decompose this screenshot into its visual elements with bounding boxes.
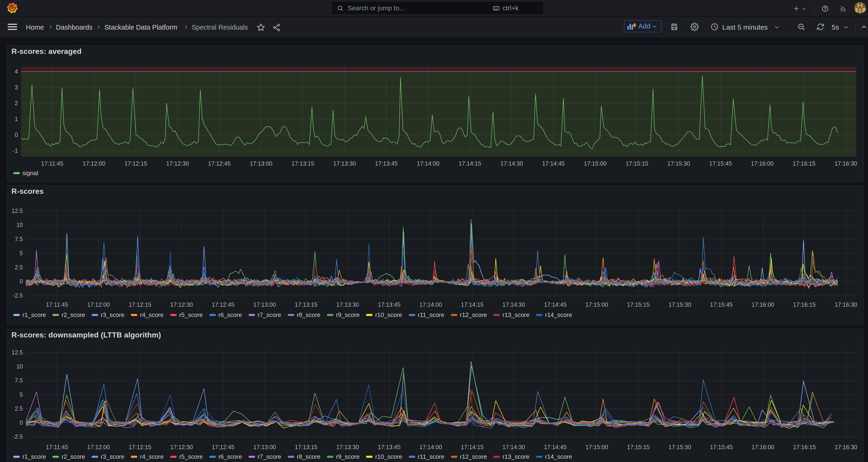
svg-text:17:15:15: 17:15:15 bbox=[625, 160, 648, 167]
svg-text:17:16:00: 17:16:00 bbox=[751, 160, 774, 167]
svg-text:2.5: 2.5 bbox=[15, 264, 23, 271]
svg-text:17:14:30: 17:14:30 bbox=[502, 301, 525, 308]
svg-text:17:14:00: 17:14:00 bbox=[420, 301, 442, 308]
svg-text:17:15:45: 17:15:45 bbox=[710, 444, 733, 450]
svg-text:2.5: 2.5 bbox=[15, 405, 23, 412]
svg-text:17:14:45: 17:14:45 bbox=[544, 301, 566, 308]
svg-text:17:14:45: 17:14:45 bbox=[542, 160, 565, 167]
svg-text:17:14:00: 17:14:00 bbox=[417, 160, 439, 167]
svg-text:17:13:15: 17:13:15 bbox=[295, 444, 317, 450]
svg-text:17:12:15: 17:12:15 bbox=[129, 444, 151, 450]
svg-text:17:13:00: 17:13:00 bbox=[253, 301, 276, 308]
svg-text:12.5: 12.5 bbox=[11, 349, 23, 356]
svg-text:-1: -1 bbox=[13, 147, 18, 154]
svg-text:10: 10 bbox=[16, 221, 23, 228]
svg-text:17:16:30: 17:16:30 bbox=[835, 444, 857, 450]
svg-text:17:16:15: 17:16:15 bbox=[793, 160, 815, 167]
svg-text:17:15:45: 17:15:45 bbox=[710, 301, 733, 308]
svg-text:17:12:15: 17:12:15 bbox=[129, 301, 151, 308]
svg-text:17:15:30: 17:15:30 bbox=[668, 160, 690, 167]
svg-text:12.5: 12.5 bbox=[11, 208, 23, 214]
svg-text:1: 1 bbox=[15, 116, 18, 122]
svg-text:17:16:00: 17:16:00 bbox=[751, 444, 774, 450]
svg-text:17:12:45: 17:12:45 bbox=[212, 444, 234, 450]
svg-text:17:12:00: 17:12:00 bbox=[87, 301, 110, 308]
svg-text:17:14:15: 17:14:15 bbox=[461, 301, 484, 308]
svg-text:17:13:15: 17:13:15 bbox=[295, 301, 317, 308]
svg-text:-2.5: -2.5 bbox=[13, 433, 23, 440]
svg-text:17:14:00: 17:14:00 bbox=[420, 444, 442, 450]
svg-text:17:13:00: 17:13:00 bbox=[250, 160, 272, 167]
svg-text:0: 0 bbox=[20, 278, 23, 284]
svg-text:0: 0 bbox=[15, 131, 18, 138]
svg-text:17:16:00: 17:16:00 bbox=[751, 301, 774, 308]
svg-text:17:16:30: 17:16:30 bbox=[835, 301, 857, 308]
svg-text:17:11:45: 17:11:45 bbox=[46, 444, 68, 450]
svg-text:17:14:30: 17:14:30 bbox=[500, 160, 523, 167]
svg-text:17:11:45: 17:11:45 bbox=[46, 301, 68, 308]
svg-text:17:15:30: 17:15:30 bbox=[669, 301, 691, 308]
svg-text:3: 3 bbox=[15, 84, 18, 91]
svg-text:5: 5 bbox=[20, 391, 23, 398]
svg-text:7.5: 7.5 bbox=[15, 377, 23, 383]
svg-text:5: 5 bbox=[20, 250, 23, 256]
svg-text:17:12:30: 17:12:30 bbox=[170, 444, 193, 450]
svg-text:17:12:15: 17:12:15 bbox=[124, 160, 147, 167]
svg-text:7.5: 7.5 bbox=[15, 236, 23, 242]
svg-text:17:13:30: 17:13:30 bbox=[333, 160, 356, 167]
svg-text:17:15:45: 17:15:45 bbox=[709, 160, 732, 167]
svg-text:17:13:45: 17:13:45 bbox=[378, 301, 401, 308]
svg-text:17:14:45: 17:14:45 bbox=[544, 444, 566, 450]
svg-text:17:15:15: 17:15:15 bbox=[627, 444, 650, 450]
svg-text:17:12:45: 17:12:45 bbox=[208, 160, 230, 167]
svg-text:17:12:45: 17:12:45 bbox=[212, 301, 234, 308]
svg-text:17:13:00: 17:13:00 bbox=[253, 444, 276, 450]
svg-text:17:16:15: 17:16:15 bbox=[793, 444, 816, 450]
svg-text:17:14:15: 17:14:15 bbox=[459, 160, 481, 167]
svg-text:4: 4 bbox=[15, 68, 18, 74]
svg-text:17:12:00: 17:12:00 bbox=[83, 160, 105, 167]
svg-text:17:16:15: 17:16:15 bbox=[793, 301, 816, 308]
svg-text:17:15:00: 17:15:00 bbox=[585, 444, 608, 450]
svg-text:17:13:30: 17:13:30 bbox=[336, 301, 359, 308]
svg-text:10: 10 bbox=[16, 363, 23, 370]
svg-text:0: 0 bbox=[20, 419, 23, 426]
svg-text:17:15:00: 17:15:00 bbox=[585, 301, 608, 308]
svg-text:17:15:00: 17:15:00 bbox=[584, 160, 607, 167]
svg-text:17:11:45: 17:11:45 bbox=[41, 160, 63, 167]
svg-text:17:12:30: 17:12:30 bbox=[166, 160, 189, 167]
svg-text:17:14:15: 17:14:15 bbox=[461, 444, 484, 450]
svg-text:17:13:15: 17:13:15 bbox=[291, 160, 314, 167]
svg-text:17:15:30: 17:15:30 bbox=[669, 444, 691, 450]
svg-text:17:12:00: 17:12:00 bbox=[87, 444, 110, 450]
svg-text:-2.5: -2.5 bbox=[13, 292, 23, 299]
svg-text:2: 2 bbox=[15, 100, 18, 106]
svg-text:17:13:45: 17:13:45 bbox=[378, 444, 401, 450]
svg-text:17:13:30: 17:13:30 bbox=[336, 444, 359, 450]
svg-text:17:14:30: 17:14:30 bbox=[502, 444, 525, 450]
svg-text:17:15:15: 17:15:15 bbox=[627, 301, 650, 308]
svg-text:17:12:30: 17:12:30 bbox=[170, 301, 193, 308]
svg-text:17:16:30: 17:16:30 bbox=[834, 160, 857, 167]
svg-text:17:13:45: 17:13:45 bbox=[375, 160, 398, 167]
